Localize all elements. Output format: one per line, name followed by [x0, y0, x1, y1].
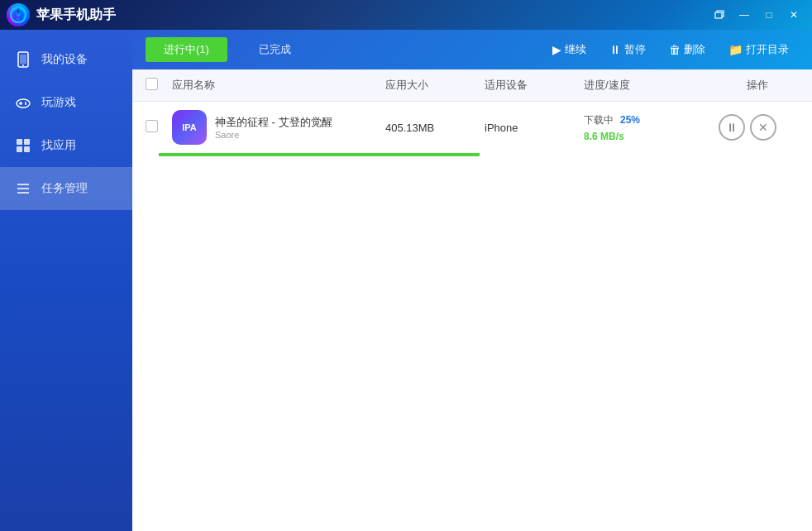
col-header-device: 适用设备 [485, 78, 584, 93]
progress-text: 下载中 25% [584, 113, 716, 127]
continue-button[interactable]: ▶ 继续 [542, 38, 596, 61]
close-button[interactable]: ✕ [782, 6, 805, 24]
delete-button[interactable]: 🗑 删除 [659, 38, 715, 61]
pause-button[interactable]: ⏸ 暂停 [599, 38, 656, 61]
sidebar-item-games[interactable]: 玩游戏 [0, 81, 132, 124]
tab-in-progress[interactable]: 进行中(1) [146, 37, 227, 62]
app-name: 神圣的征程 - 艾登的觉醒 [215, 115, 332, 130]
maximize-button[interactable]: □ [757, 6, 781, 24]
open-folder-button[interactable]: 📁 打开目录 [719, 38, 799, 61]
folder-icon: 📁 [728, 43, 743, 56]
app-device: iPhone [485, 122, 584, 134]
app-logo [7, 3, 30, 26]
pause-label: 暂停 [624, 42, 646, 57]
cancel-row-button[interactable]: ✕ [750, 114, 776, 141]
col-header-size: 应用大小 [385, 78, 485, 93]
sidebar-label-find-apps: 找应用 [41, 138, 76, 153]
delete-icon: 🗑 [669, 43, 681, 56]
table-row: IPA 神圣的征程 - 艾登的觉醒 Saore 405.13MB iPhone … [132, 102, 812, 156]
col-header-name: 应用名称 [172, 78, 385, 93]
svg-point-10 [25, 102, 26, 103]
operation-buttons: ⏸ ✕ [716, 114, 799, 141]
sidebar-item-my-device[interactable]: 我的设备 [0, 38, 132, 81]
continue-label: 继续 [565, 42, 586, 57]
progress-info: 下载中 25% 8.6 MB/s [584, 113, 716, 142]
svg-rect-15 [24, 146, 30, 152]
row-content: IPA 神圣的征程 - 艾登的觉醒 Saore 405.13MB iPhone … [132, 102, 812, 153]
window-controls: — □ ✕ [708, 6, 805, 24]
svg-rect-5 [20, 55, 26, 64]
sidebar-label-games: 玩游戏 [41, 95, 76, 110]
download-speed: 8.6 MB/s [584, 131, 716, 142]
sidebar-label-task-manager: 任务管理 [41, 181, 88, 196]
svg-point-7 [17, 99, 30, 108]
progress-bar [159, 153, 480, 156]
app-size: 405.13MB [385, 122, 485, 134]
app-icon-text: IPA [182, 122, 197, 132]
download-status: 下载中 [584, 113, 614, 127]
sidebar-item-find-apps[interactable]: 找应用 [0, 124, 132, 167]
tab-completed[interactable]: 已完成 [241, 37, 309, 62]
sidebar: 我的设备 玩游戏 [0, 30, 132, 531]
select-all-checkbox[interactable] [146, 78, 158, 90]
row-checkbox[interactable] [146, 120, 158, 132]
svg-point-11 [25, 103, 26, 105]
svg-rect-3 [715, 12, 722, 18]
progress-percent: 25% [620, 114, 640, 126]
col-header-progress: 进度/速度 [584, 78, 716, 93]
pause-row-button[interactable]: ⏸ [719, 114, 745, 141]
toolbar: 进行中(1) 已完成 ▶ 继续 ⏸ 暂停 🗑 删除 📁 打开目录 [132, 30, 812, 69]
col-header-action: 操作 [716, 78, 799, 93]
minimize-button[interactable]: — [733, 6, 756, 24]
app-icon: IPA [172, 110, 207, 145]
table-header: 应用名称 应用大小 适用设备 进度/速度 操作 [132, 69, 812, 102]
app-title: 苹果手机助手 [36, 7, 116, 24]
task-icon [13, 179, 33, 199]
svg-rect-13 [24, 139, 30, 145]
open-folder-label: 打开目录 [746, 42, 789, 57]
device-icon [13, 50, 33, 69]
sidebar-item-task-manager[interactable]: 任务管理 [0, 167, 132, 210]
play-icon: ▶ [552, 43, 561, 56]
apps-icon [13, 136, 33, 155]
sidebar-label-my-device: 我的设备 [41, 52, 88, 67]
delete-label: 删除 [684, 42, 705, 57]
toolbar-actions: ▶ 继续 ⏸ 暂停 🗑 删除 📁 打开目录 [542, 38, 799, 61]
svg-rect-14 [17, 146, 22, 152]
games-icon [13, 93, 33, 112]
restore-button[interactable] [708, 6, 731, 24]
content-area: 进行中(1) 已完成 ▶ 继续 ⏸ 暂停 🗑 删除 📁 打开目录 [132, 30, 812, 531]
pause-icon: ⏸ [609, 43, 621, 56]
app-header: 苹果手机助手 [7, 3, 116, 26]
svg-point-6 [22, 65, 24, 66]
download-table: 应用名称 应用大小 适用设备 进度/速度 操作 IPA [132, 69, 812, 531]
app-subtitle: Saore [215, 130, 332, 140]
app-info: 神圣的征程 - 艾登的觉醒 Saore [215, 115, 332, 140]
svg-rect-12 [17, 139, 22, 145]
